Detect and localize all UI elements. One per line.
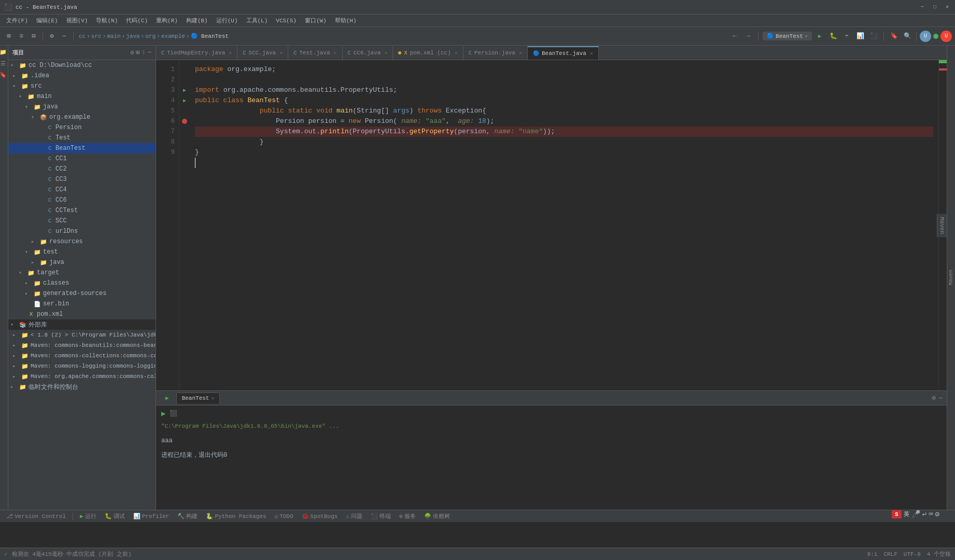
menu-view[interactable]: 视图(V): [62, 16, 92, 25]
tree-maven-collections[interactable]: ▸ 📁 Maven: commons-collections:commons-c…: [8, 351, 156, 361]
bt-debug[interactable]: 🐛 调试: [102, 511, 128, 522]
menu-code[interactable]: 代码(C): [122, 16, 152, 25]
panel-settings-icon[interactable]: ⚙: [130, 49, 134, 57]
run-button[interactable]: ▶: [814, 31, 825, 42]
bt-todo[interactable]: ☑ TODO: [272, 511, 297, 522]
tree-target[interactable]: ▾ 📁 target: [8, 268, 156, 278]
debug-button[interactable]: 🐛: [827, 31, 839, 42]
status-indent[interactable]: 4 个空格: [927, 550, 951, 558]
user-avatar[interactable]: U: [920, 31, 931, 42]
run-tab-beantest[interactable]: BeanTest ✕: [176, 393, 220, 404]
status-position[interactable]: 9:1: [867, 551, 878, 557]
tree-cc2[interactable]: ▸ C CC2: [8, 164, 156, 174]
tab-close-pomxml[interactable]: ✕: [455, 50, 458, 56]
maven-panel-label[interactable]: Maven: [937, 214, 947, 237]
tree-test[interactable]: ▸ C Test: [8, 133, 156, 143]
menu-build[interactable]: 构建(B): [182, 16, 212, 25]
breadcrumb-beantest[interactable]: 🔵 BeanTest: [191, 33, 229, 39]
right-maven-label[interactable]: Maven: [947, 265, 955, 289]
left-icon-bookmark[interactable]: 🔖: [0, 71, 7, 79]
tab-close-persion[interactable]: ✕: [519, 50, 522, 56]
bt-terminal[interactable]: ⬛ 终端: [368, 511, 394, 522]
forward-button[interactable]: →: [742, 31, 754, 42]
breadcrumb-src[interactable]: src: [91, 33, 102, 39]
status-encoding[interactable]: UTF-8: [904, 551, 921, 557]
breadcrumb-org[interactable]: org: [145, 33, 156, 39]
bt-version-control[interactable]: ⎇ Version Control: [3, 511, 69, 522]
ime-keyboard[interactable]: ⌨: [929, 510, 933, 519]
panel-sort-icon[interactable]: ↕: [142, 49, 146, 57]
panel-close-icon[interactable]: ─: [148, 49, 151, 57]
bt-profiler[interactable]: 📊 Profiler: [130, 511, 173, 522]
tab-close-cc6[interactable]: ✕: [384, 50, 387, 56]
run-tab-close[interactable]: ✕: [211, 395, 214, 401]
tree-org-example[interactable]: ▾ 📦 org.example: [8, 112, 156, 122]
tree-cc1[interactable]: ▸ C CC1: [8, 153, 156, 164]
tab-beantest[interactable]: 🔵 BeanTest.java ✕: [528, 46, 599, 60]
breadcrumb-java[interactable]: java: [126, 33, 139, 39]
coverage-button[interactable]: ☂: [841, 31, 852, 42]
left-icon-structure[interactable]: ☰: [0, 59, 7, 67]
bt-python-packages[interactable]: 🐍 Python Packages: [203, 511, 269, 522]
tree-beantest[interactable]: ▸ C BeanTest: [8, 143, 156, 153]
tree-root-cc[interactable]: ▾ 📁 cc D:\Download\cc: [8, 60, 156, 71]
ime-lang-button[interactable]: S: [892, 510, 902, 519]
tree-scc[interactable]: ▸ C SCC: [8, 216, 156, 226]
tab-scc[interactable]: C SCC.java ✕: [237, 46, 288, 60]
tree-cc6[interactable]: ▸ C CC6: [8, 195, 156, 205]
breadcrumb-main[interactable]: main: [107, 33, 120, 39]
tree-resources[interactable]: ▸ 📁 resources: [8, 236, 156, 247]
tree-external-libs[interactable]: ▾ 📚 外部库: [8, 319, 156, 330]
tab-cc6[interactable]: C CC6.java ✕: [343, 46, 394, 60]
menu-vcs[interactable]: VCS(S): [272, 17, 301, 25]
tree-maven-beanutils[interactable]: ▸ 📁 Maven: commons-beanutils:commons-bea…: [8, 340, 156, 351]
tab-pomxml[interactable]: X pom.xml (cc) ✕: [393, 46, 463, 60]
bt-dependencies[interactable]: 🌳 依赖树: [421, 511, 453, 522]
tree-java[interactable]: ▾ 📁 java: [8, 102, 156, 112]
tree-test-folder[interactable]: ▾ 📁 test: [8, 247, 156, 257]
minimize-button[interactable]: ─: [919, 4, 926, 11]
tab-close-beantest[interactable]: ✕: [590, 50, 593, 57]
find-button[interactable]: 🔍: [902, 31, 913, 42]
tree-classes[interactable]: ▸ 📁 classes: [8, 278, 156, 288]
bookmark-button[interactable]: 🔖: [888, 31, 900, 42]
tree-ser-bin[interactable]: ▸ 📄 ser.bin: [8, 299, 156, 309]
bt-run[interactable]: ▶ 运行: [77, 511, 100, 522]
structure-button[interactable]: ≡: [16, 31, 27, 42]
tree-jdk[interactable]: ▸ 📁 < 1.8 (2) > C:\Program Files\Java\jd…: [8, 330, 156, 340]
tree-idea[interactable]: ▸ 📁 .idea: [8, 71, 156, 81]
menu-edit[interactable]: 编辑(E): [32, 16, 62, 25]
minus-button[interactable]: ─: [59, 31, 70, 42]
back-button[interactable]: ←: [729, 31, 740, 42]
run-config-selector[interactable]: 🔵 BeanTest ▾: [763, 32, 812, 40]
breadcrumb-cc[interactable]: cc: [79, 33, 86, 39]
maximize-button[interactable]: □: [931, 4, 938, 11]
tree-cc4[interactable]: ▸ C CC4: [8, 185, 156, 195]
settings-button[interactable]: ⚙: [46, 31, 58, 42]
bt-build[interactable]: 🔨 构建: [174, 511, 201, 522]
close-button[interactable]: ✕: [944, 4, 951, 11]
run-minimize-icon[interactable]: ─: [939, 395, 943, 402]
stop-button[interactable]: ⬛: [868, 31, 879, 42]
code-content[interactable]: package org.example; import org.apache.c…: [190, 60, 938, 390]
project-view-button[interactable]: ⊞: [3, 31, 15, 42]
menu-run[interactable]: 运行(U): [212, 16, 242, 25]
bt-problems[interactable]: ⚠ 问题: [343, 511, 366, 522]
user-avatar-2[interactable]: U: [940, 31, 952, 42]
left-icon-project[interactable]: 📁: [0, 48, 7, 56]
menu-tools[interactable]: 工具(L): [242, 16, 272, 25]
bt-spotbugs[interactable]: 🐞 SpotBugs: [299, 511, 341, 522]
tree-src[interactable]: ▾ 📁 src: [8, 81, 156, 91]
console-run-icon[interactable]: ▶: [161, 409, 165, 419]
breadcrumb-example[interactable]: example: [161, 33, 185, 39]
tree-generated-sources[interactable]: ▸ 📁 generated-sources: [8, 288, 156, 299]
tree-temp-files[interactable]: ▸ 📁 临时文件和控制台: [8, 382, 156, 392]
tree-maven-logging[interactable]: ▸ 📁 Maven: commons-logging:commons-loggi…: [8, 361, 156, 371]
run-settings-icon[interactable]: ⚙: [932, 394, 936, 402]
tree-main[interactable]: ▾ 📁 main: [8, 91, 156, 102]
tree-maven-commons[interactable]: ▸ 📁 Maven: org.apache.commons:commons-co…: [8, 371, 156, 382]
tree-pom-xml[interactable]: ▸ X pom.xml: [8, 309, 156, 319]
status-linesep[interactable]: CRLF: [883, 551, 897, 557]
tree-test-java[interactable]: ▸ 📁 java: [8, 257, 156, 268]
tree-cc3[interactable]: ▸ C CC3: [8, 174, 156, 185]
